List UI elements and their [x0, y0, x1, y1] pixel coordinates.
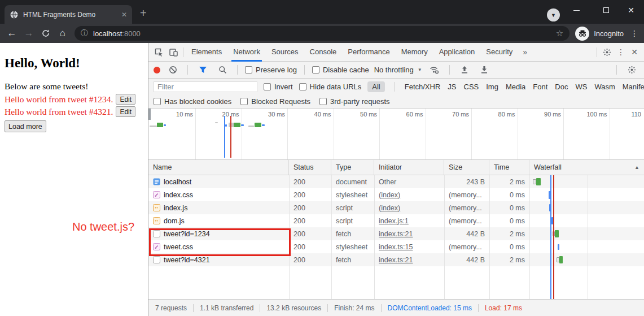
request-name-cell[interactable]: dom.js: [148, 214, 289, 227]
more-tabs-icon[interactable]: »: [518, 47, 532, 57]
type-filter-css[interactable]: CSS: [464, 83, 479, 91]
network-overview-timeline[interactable]: 10 ms20 ms30 ms40 ms50 ms60 ms70 ms80 ms…: [148, 109, 644, 160]
type-filter-media[interactable]: Media: [506, 83, 525, 91]
profile-chevron-icon[interactable]: ▼: [547, 8, 560, 21]
devtools-menu-icon[interactable]: ⋮: [614, 47, 628, 57]
filter-input[interactable]: [154, 81, 257, 92]
column-header-time[interactable]: Time: [489, 160, 529, 175]
column-header-name[interactable]: Name: [148, 160, 289, 175]
window-minimize-button[interactable]: [566, 2, 586, 18]
checkbox-icon[interactable]: [299, 83, 306, 90]
table-row[interactable]: dom.js200scriptindex.js:1(memory...0 ms: [148, 214, 644, 227]
checkbox-icon[interactable]: [319, 98, 327, 105]
divider: [237, 65, 238, 75]
column-header-type[interactable]: Type: [331, 160, 374, 175]
search-icon[interactable]: [215, 63, 230, 77]
bookmark-star-icon[interactable]: ☆: [556, 28, 563, 38]
has-blocked-cookies-checkbox[interactable]: Has blocked cookies: [154, 97, 231, 106]
back-icon[interactable]: ←: [3, 25, 20, 41]
3rd-party-requests-checkbox[interactable]: 3rd-party requests: [319, 97, 390, 106]
blocked-requests-checkbox[interactable]: Blocked Requests: [240, 97, 310, 106]
export-har-icon[interactable]: [477, 63, 492, 77]
request-name-cell[interactable]: index.css: [148, 188, 289, 201]
address-bar[interactable]: ⓘ localhost:8000 ☆: [75, 26, 569, 41]
edit-tweet-button[interactable]: Edit: [116, 94, 135, 105]
request-name-cell[interactable]: tweet?id=4321: [148, 253, 289, 266]
window-maximize-button[interactable]: [596, 2, 616, 18]
browser-tab[interactable]: HTML Fragments Demo ✕: [5, 5, 132, 24]
tab-close-icon[interactable]: ✕: [121, 11, 127, 18]
devtools-tab-security[interactable]: Security: [480, 43, 518, 62]
type-filter-doc[interactable]: Doc: [555, 83, 568, 91]
type-filter-ws[interactable]: WS: [575, 83, 587, 91]
reload-icon[interactable]: [37, 25, 54, 41]
overview-drag-handle[interactable]: [148, 109, 151, 120]
browser-menu-icon[interactable]: ⋮: [628, 29, 641, 38]
import-har-icon[interactable]: [457, 63, 472, 77]
clear-icon[interactable]: [165, 63, 180, 77]
table-row[interactable]: index.js200script(index)(memory...0 ms: [148, 201, 644, 214]
devtools-tab-memory[interactable]: Memory: [396, 43, 433, 62]
initiator-link[interactable]: (index): [379, 204, 400, 212]
disable-cache-checkbox[interactable]: Disable cache: [312, 66, 369, 74]
checkbox-icon[interactable]: [245, 66, 252, 73]
record-icon[interactable]: [154, 67, 160, 73]
checkbox-icon[interactable]: [312, 66, 319, 73]
type-filter-font[interactable]: Font: [533, 83, 547, 91]
checkbox-icon[interactable]: [264, 83, 271, 90]
request-name-cell[interactable]: tweet?id=1234: [148, 227, 289, 240]
home-icon[interactable]: ⌂: [54, 25, 71, 41]
table-row[interactable]: tweet?id=4321200fetchindex.ts:21442 B2 m…: [148, 253, 644, 266]
hide-data-urls-checkbox[interactable]: Hide data URLs: [299, 83, 362, 91]
initiator-link[interactable]: index.js:1: [379, 217, 409, 225]
waterfall-bar-blue: [551, 217, 553, 224]
new-tab-button[interactable]: +: [140, 7, 147, 19]
window-close-button[interactable]: ✕: [621, 2, 641, 18]
edit-tweet-button[interactable]: Edit: [116, 106, 135, 117]
preserve-log-checkbox[interactable]: Preserve log: [245, 66, 297, 74]
devtools-close-icon[interactable]: ✕: [628, 47, 641, 57]
type-filter-js[interactable]: JS: [448, 83, 456, 91]
inspect-element-icon[interactable]: [151, 45, 166, 59]
type-filter-all[interactable]: All: [367, 81, 384, 92]
type-filter-img[interactable]: Img: [486, 83, 498, 91]
network-settings-gear-icon[interactable]: [624, 63, 639, 77]
request-name-cell[interactable]: tweet.css: [148, 240, 289, 253]
filter-funnel-icon[interactable]: [195, 63, 210, 77]
table-row[interactable]: localhost200documentOther243 B2 ms: [148, 175, 644, 188]
table-row[interactable]: index.css200stylesheet(index)(memory...0…: [148, 188, 644, 201]
devtools-tab-network[interactable]: Network: [227, 43, 266, 62]
devtools-tab-elements[interactable]: Elements: [186, 43, 227, 62]
devtools-tab-console[interactable]: Console: [304, 43, 343, 62]
devtools-tab-application[interactable]: Application: [433, 43, 481, 62]
checkbox-icon[interactable]: [240, 98, 248, 105]
throttling-dropdown[interactable]: No throttling ▼: [374, 66, 422, 74]
type-filter-manifest[interactable]: Manifest: [623, 83, 644, 91]
column-header-size[interactable]: Size: [444, 160, 489, 175]
initiator-link[interactable]: (index): [379, 191, 400, 199]
dcl-marker-line: [224, 116, 225, 158]
initiator-link[interactable]: index.ts:21: [379, 256, 413, 264]
invert-checkbox[interactable]: Invert: [264, 83, 293, 91]
devtools-tab-performance[interactable]: Performance: [342, 43, 395, 62]
column-header-waterfall[interactable]: Waterfall ▲: [529, 160, 644, 175]
page-info-icon[interactable]: ⓘ: [81, 28, 88, 38]
forward-icon[interactable]: →: [20, 25, 37, 41]
type-filter-wasm[interactable]: Wasm: [594, 83, 615, 91]
initiator-link[interactable]: index.ts:15: [379, 243, 413, 251]
settings-gear-icon[interactable]: [599, 45, 614, 59]
column-header-initiator[interactable]: Initiator: [374, 160, 444, 175]
table-row[interactable]: tweet.css200stylesheetindex.ts:15(memory…: [148, 240, 644, 253]
column-header-status[interactable]: Status: [289, 160, 331, 175]
network-conditions-icon[interactable]: [427, 63, 442, 77]
checkbox-icon[interactable]: [154, 98, 161, 105]
device-toolbar-icon[interactable]: [166, 45, 181, 59]
table-row[interactable]: tweet?id=1234200fetchindex.ts:21442 B2 m…: [148, 227, 644, 240]
sort-arrow-icon[interactable]: ▲: [634, 165, 639, 170]
request-name-cell[interactable]: localhost: [148, 175, 289, 188]
initiator-link[interactable]: index.ts:21: [379, 230, 413, 238]
request-name-cell[interactable]: index.js: [148, 201, 289, 214]
type-filter-fetch-xhr[interactable]: Fetch/XHR: [405, 83, 441, 91]
load-more-button[interactable]: Load more: [5, 120, 46, 132]
devtools-tab-sources[interactable]: Sources: [266, 43, 304, 62]
